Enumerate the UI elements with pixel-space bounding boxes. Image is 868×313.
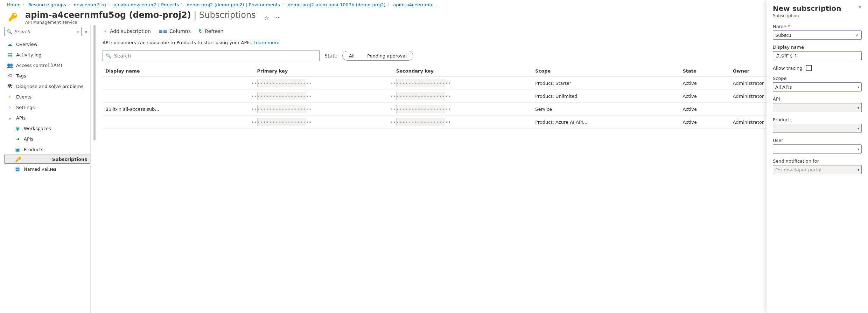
sidebar-item-settings[interactable]: ›Settings — [4, 102, 90, 113]
sidebar-item-workspaces[interactable]: ◉Workspaces — [4, 123, 90, 134]
sidebar-item-activity-log[interactable]: ▤Activity log — [4, 49, 90, 60]
crumb-current[interactable]: apim-a4ceernmfu… — [393, 2, 438, 7]
cell-state: Active — [680, 116, 730, 129]
cell-state: Active — [680, 77, 730, 90]
api-icon: ➜ — [15, 136, 20, 142]
crumb-apim-env[interactable]: demo-proj2-apim-aoai-1007b (demo-proj2) — [288, 2, 386, 7]
sidebar-item-events[interactable]: ⚡Events — [4, 91, 90, 102]
title-resource: apim-a4ceernmfu5og (demo-proj2) — [25, 10, 191, 20]
cell-scope: Service — [532, 103, 680, 116]
subscriptions-table: Display name Primary key Secondary key S… — [103, 65, 862, 129]
command-bar: ＋Add subscription ≡≡Columns ↻Refresh — [103, 25, 862, 39]
panel-title: New subscription — [773, 4, 841, 13]
sidebar-item-products[interactable]: ▣Products — [4, 144, 90, 155]
name-field[interactable]: Subsc1✓ — [773, 30, 862, 40]
sidebar-item-overview[interactable]: ☁Overview — [4, 39, 90, 49]
chevron-collapse-icon[interactable]: ◇ — [77, 30, 79, 34]
sidebar-search[interactable]: 🔍 ◇ — [4, 27, 82, 36]
search-icon: 🔍 — [106, 53, 111, 59]
sidebar: 🔍 ◇ « ☁Overview ▤Activity log 👥Access co… — [0, 25, 90, 313]
cell-display-name — [103, 77, 254, 90]
service-type: API Management service — [25, 20, 256, 25]
more-icon[interactable]: ··· — [274, 14, 279, 21]
state-filter-pill: All Pending approval — [342, 51, 413, 61]
chevron-down-icon: ▾ — [858, 127, 859, 130]
crumb-env[interactable]: demo-proj2 (demo-proj2) | Environments — [187, 2, 280, 7]
secondary-key-masked[interactable]: •••••••••••••••••••• — [396, 79, 445, 87]
notification-select: For developer portal▾ — [773, 165, 862, 174]
table-search[interactable]: 🔍 — [103, 50, 320, 61]
cell-state: Active — [680, 103, 730, 116]
state-filter-pending[interactable]: Pending approval — [361, 53, 413, 59]
refresh-icon: ↻ — [198, 28, 203, 34]
state-filter-all[interactable]: All — [343, 53, 361, 59]
collapse-sidebar-icon[interactable]: « — [84, 29, 88, 34]
notification-label: Send notification for — [773, 158, 862, 164]
secondary-key-masked[interactable]: •••••••••••••••••••• — [396, 92, 445, 100]
add-subscription-button[interactable]: ＋Add subscription — [103, 28, 151, 34]
log-icon: ▤ — [7, 52, 13, 57]
check-icon: ✓ — [855, 33, 859, 38]
table-row[interactable]: Built-in all-access sub…••••••••••••••••… — [103, 103, 862, 116]
cell-display-name: Built-in all-access sub… — [103, 103, 254, 116]
secondary-key-masked[interactable]: •••••••••••••••••••• — [396, 105, 445, 113]
name-label: Name * — [773, 24, 862, 29]
secondary-key-masked[interactable]: •••••••••••••••••••• — [396, 118, 445, 126]
learn-more-link[interactable]: Learn more — [253, 40, 279, 45]
scope-select[interactable]: All APIs▾ — [773, 82, 862, 91]
chevron-right-icon: › — [7, 104, 13, 110]
sidebar-item-iam[interactable]: 👥Access control (IAM) — [4, 60, 90, 70]
table-search-input[interactable] — [113, 53, 316, 59]
primary-key-masked[interactable]: •••••••••••••••••••• — [257, 79, 306, 87]
display-name-field[interactable]: さぶすく１ — [773, 51, 862, 60]
new-subscription-panel: New subscription ✕ Subscription Name * S… — [766, 0, 868, 313]
sidebar-item-tags[interactable]: 🏷Tags — [4, 70, 90, 81]
columns-icon: ≡≡ — [159, 28, 167, 34]
allow-tracing-checkbox[interactable] — [806, 65, 812, 71]
cell-state: Active — [680, 90, 730, 103]
sidebar-item-apis[interactable]: ➜APIs — [4, 134, 90, 144]
crumb-projects[interactable]: ainaba-devcenter2 | Projects — [114, 2, 179, 7]
close-icon[interactable]: ✕ — [858, 4, 862, 10]
col-state[interactable]: State — [680, 65, 730, 77]
table-row[interactable]: ••••••••••••••••••••••••••••••••••••••••… — [103, 116, 862, 129]
cell-scope: Product: Starter — [532, 77, 680, 90]
columns-button[interactable]: ≡≡Columns — [159, 28, 191, 34]
col-scope[interactable]: Scope — [532, 65, 680, 77]
workspace-icon: ◉ — [15, 125, 20, 131]
primary-key-masked[interactable]: •••••••••••••••••••• — [257, 118, 306, 126]
favorite-icon[interactable]: ☆ — [264, 14, 269, 21]
sidebar-item-named-values[interactable]: ▦Named values — [4, 164, 90, 174]
intro-text: API consumers can subscribe to Products … — [103, 39, 862, 50]
sidebar-item-apis-group[interactable]: ⌄APIs — [4, 113, 90, 123]
bolt-icon: ⚡ — [7, 94, 13, 100]
key-icon — [7, 11, 20, 24]
refresh-button[interactable]: ↻Refresh — [198, 28, 223, 34]
primary-key-masked[interactable]: •••••••••••••••••••• — [257, 92, 306, 100]
crumb-rg[interactable]: Resource groups — [28, 2, 66, 7]
page-title: apim-a4ceernmfu5og (demo-proj2) | Subscr… — [25, 10, 256, 20]
sidebar-item-subscriptions[interactable]: 🔑Subscriptions — [4, 155, 90, 164]
plus-icon: ＋ — [103, 28, 108, 34]
scrollbar[interactable] — [93, 25, 96, 313]
chevron-down-icon: ▾ — [858, 85, 859, 89]
panel-subtitle: Subscription — [773, 13, 862, 18]
cell-display-name — [103, 90, 254, 103]
user-select[interactable]: ▾ — [773, 144, 862, 154]
col-secondary-key[interactable]: Secondary key — [393, 65, 532, 77]
table-row[interactable]: ••••••••••••••••••••••••••••••••••••••••… — [103, 90, 862, 103]
cell-scope: Product: Azure AI API… — [532, 116, 680, 129]
chevron-down-icon: ▾ — [858, 168, 859, 172]
table-row[interactable]: ••••••••••••••••••••••••••••••••••••••••… — [103, 77, 862, 90]
sidebar-item-diagnose[interactable]: 🛠Diagnose and solve problems — [4, 81, 90, 91]
display-name-label: Display name — [773, 45, 862, 50]
crumb-home[interactable]: Home — [7, 2, 20, 7]
col-primary-key[interactable]: Primary key — [254, 65, 393, 77]
main-content: ＋Add subscription ≡≡Columns ↻Refresh API… — [90, 25, 868, 313]
sidebar-search-input[interactable] — [14, 29, 77, 35]
wrench-icon: 🛠 — [7, 83, 13, 89]
chevron-right-icon: 〉 — [107, 2, 112, 7]
col-display-name[interactable]: Display name — [103, 65, 254, 77]
primary-key-masked[interactable]: •••••••••••••••••••• — [257, 105, 306, 113]
crumb-devcenter-rg[interactable]: devcenter2-rg — [74, 2, 106, 7]
